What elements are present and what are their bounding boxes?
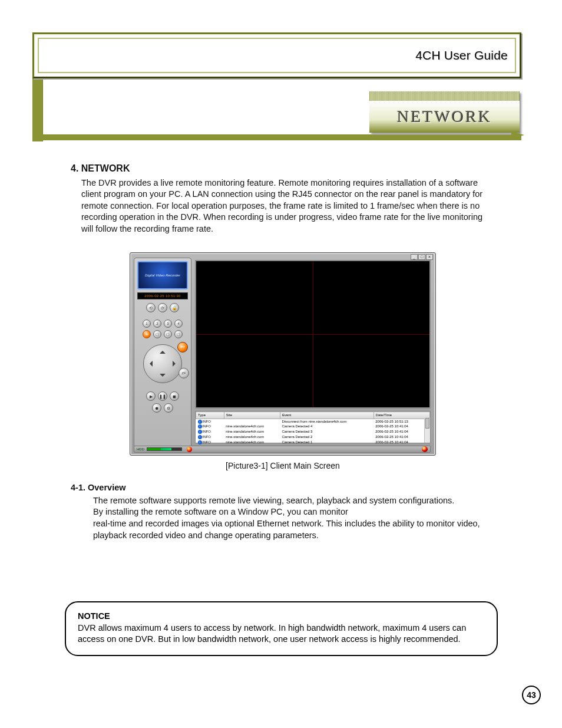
banner-flag-icon bbox=[511, 131, 524, 139]
ptz-left-icon[interactable] bbox=[147, 361, 153, 367]
notice-body: DVR allows maximum 4 users to access by … bbox=[78, 623, 466, 644]
ptz-down-icon[interactable] bbox=[160, 374, 166, 380]
log-row[interactable]: iINFOnine.standalone4ch.comCamera Detect… bbox=[196, 424, 430, 429]
left-control-panel: Digital Video Recorder 2006-02-25 10:51:… bbox=[134, 258, 191, 450]
pt-button[interactable]: PT bbox=[177, 342, 188, 353]
figure-caption: [Picture3-1] Client Main Screen bbox=[71, 460, 495, 472]
view-mode-2-button[interactable]: ▢ bbox=[153, 330, 161, 338]
section-intro: The DVR provides a live remote monitorin… bbox=[81, 177, 495, 235]
event-log: Type Site Event Date/Time iINFODisconnec… bbox=[195, 411, 431, 443]
notice-title: NOTICE bbox=[78, 611, 110, 621]
ptz-right-icon[interactable] bbox=[173, 361, 178, 367]
log-col-site[interactable]: Site bbox=[224, 412, 280, 419]
disconnect-button[interactable]: ⟳ bbox=[158, 303, 167, 312]
overview-body: The remote software supports remote live… bbox=[93, 495, 495, 541]
info-icon: i bbox=[198, 420, 202, 424]
log-scrollbar[interactable] bbox=[424, 418, 430, 443]
banner-label: NETWORK bbox=[397, 107, 492, 126]
status-dot-icon bbox=[422, 446, 428, 452]
channel-3-button[interactable]: 3 bbox=[164, 319, 172, 328]
channel-2-button[interactable]: 2 bbox=[153, 319, 161, 328]
connect-button[interactable]: ⟲ bbox=[146, 303, 156, 312]
log-col-type[interactable]: Type bbox=[196, 412, 224, 419]
hdd-usage-bar bbox=[147, 447, 182, 451]
lock-button[interactable]: 🔒 bbox=[170, 303, 179, 312]
minimize-button[interactable]: _ bbox=[411, 254, 418, 260]
record-button[interactable]: ⏺ bbox=[152, 403, 161, 413]
log-row[interactable]: iINFOnine.standalone4ch.comCamera Detect… bbox=[196, 434, 430, 440]
log-row[interactable]: iINFOnine.standalone4ch.comCamera Detect… bbox=[196, 440, 430, 445]
info-icon: i bbox=[198, 440, 202, 444]
client-screenshot: _ □ × Digital Video Recorder 2006-02-25 … bbox=[130, 252, 436, 456]
info-icon: i bbox=[198, 430, 202, 434]
view-mode-3-button[interactable]: ▢ bbox=[164, 330, 172, 338]
channel-1-button[interactable]: 1 bbox=[143, 319, 151, 328]
dvr-logo: Digital Video Recorder bbox=[137, 261, 188, 289]
timestamp-display: 2006-02-25 10:51:30 bbox=[137, 292, 188, 299]
view-mode-4-button[interactable]: ▢ bbox=[174, 330, 183, 338]
overview-heading: 4-1. Overview bbox=[71, 482, 495, 494]
horizontal-accent-bar bbox=[32, 134, 521, 140]
status-bar: HDD bbox=[134, 446, 431, 453]
video-quad-grid bbox=[195, 260, 431, 409]
section-heading: 4. NETWORK bbox=[71, 162, 495, 175]
record-indicator-icon bbox=[187, 447, 192, 452]
pause-button[interactable]: ❚❚ bbox=[158, 391, 167, 401]
log-row[interactable]: iINFODisconnect from nine.standalone4ch.… bbox=[196, 419, 430, 424]
settings-button[interactable]: ⚙ bbox=[164, 403, 173, 413]
header-frame: 4CH User Guide bbox=[32, 32, 521, 78]
log-row[interactable]: iINFOnine.standalone4ch.comCamera Detect… bbox=[196, 429, 430, 434]
stop-button[interactable]: ◼ bbox=[170, 391, 179, 401]
zf-button[interactable]: ZF bbox=[178, 368, 189, 378]
hdd-label: HDD bbox=[137, 447, 144, 452]
ptz-up-icon[interactable] bbox=[160, 348, 166, 354]
ptz-dpad[interactable]: PT ZF bbox=[143, 344, 182, 383]
notice-box: NOTICE DVR allows maximum 4 users to acc… bbox=[65, 601, 498, 656]
log-col-datetime[interactable]: Date/Time bbox=[373, 412, 429, 419]
page-number: 43 bbox=[522, 686, 541, 704]
quad-view-button[interactable]: ⊞ bbox=[143, 330, 151, 338]
network-banner: NETWORK bbox=[369, 91, 520, 133]
window-controls: _ □ × bbox=[411, 254, 433, 260]
header-title: 4CH User Guide bbox=[415, 48, 508, 62]
log-col-event[interactable]: Event bbox=[280, 412, 373, 419]
maximize-button[interactable]: □ bbox=[418, 254, 425, 260]
close-button[interactable]: × bbox=[426, 254, 433, 260]
channel-4-button[interactable]: 4 bbox=[174, 319, 183, 328]
info-icon: i bbox=[198, 435, 202, 439]
play-button[interactable]: ▶ bbox=[146, 391, 156, 401]
info-icon: i bbox=[198, 424, 202, 429]
